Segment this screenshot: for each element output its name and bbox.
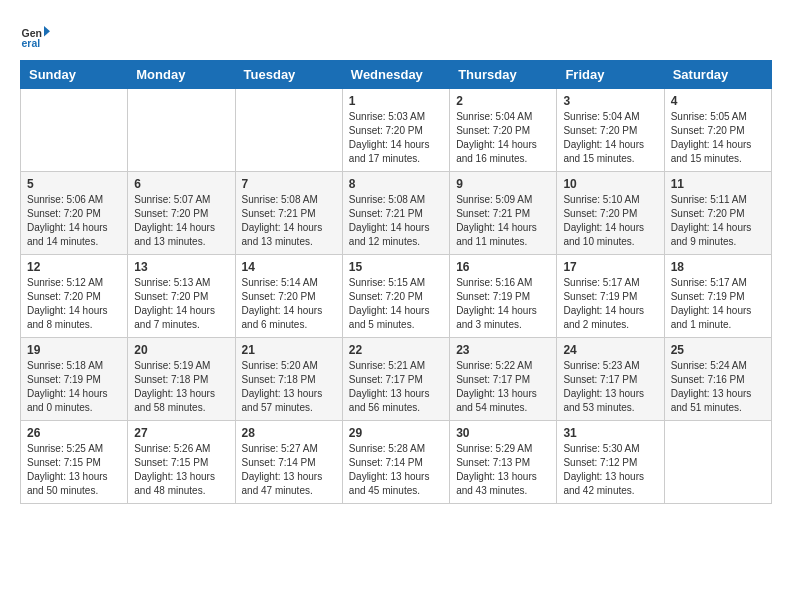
day-number: 18 bbox=[671, 260, 765, 274]
day-number: 4 bbox=[671, 94, 765, 108]
day-number: 11 bbox=[671, 177, 765, 191]
day-number: 24 bbox=[563, 343, 657, 357]
day-info: Sunrise: 5:17 AMSunset: 7:19 PMDaylight:… bbox=[563, 276, 657, 332]
day-info: Sunrise: 5:29 AMSunset: 7:13 PMDaylight:… bbox=[456, 442, 550, 498]
header-friday: Friday bbox=[557, 61, 664, 89]
day-info: Sunrise: 5:15 AMSunset: 7:20 PMDaylight:… bbox=[349, 276, 443, 332]
day-number: 10 bbox=[563, 177, 657, 191]
calendar-cell: 9Sunrise: 5:09 AMSunset: 7:21 PMDaylight… bbox=[450, 172, 557, 255]
calendar-cell: 25Sunrise: 5:24 AMSunset: 7:16 PMDayligh… bbox=[664, 338, 771, 421]
day-number: 22 bbox=[349, 343, 443, 357]
day-info: Sunrise: 5:17 AMSunset: 7:19 PMDaylight:… bbox=[671, 276, 765, 332]
day-number: 23 bbox=[456, 343, 550, 357]
calendar-cell: 11Sunrise: 5:11 AMSunset: 7:20 PMDayligh… bbox=[664, 172, 771, 255]
day-number: 13 bbox=[134, 260, 228, 274]
day-info: Sunrise: 5:12 AMSunset: 7:20 PMDaylight:… bbox=[27, 276, 121, 332]
calendar-cell: 16Sunrise: 5:16 AMSunset: 7:19 PMDayligh… bbox=[450, 255, 557, 338]
day-info: Sunrise: 5:05 AMSunset: 7:20 PMDaylight:… bbox=[671, 110, 765, 166]
day-info: Sunrise: 5:09 AMSunset: 7:21 PMDaylight:… bbox=[456, 193, 550, 249]
day-info: Sunrise: 5:11 AMSunset: 7:20 PMDaylight:… bbox=[671, 193, 765, 249]
calendar-cell bbox=[235, 89, 342, 172]
week-row-2: 5Sunrise: 5:06 AMSunset: 7:20 PMDaylight… bbox=[21, 172, 772, 255]
day-number: 8 bbox=[349, 177, 443, 191]
day-number: 2 bbox=[456, 94, 550, 108]
calendar-cell: 28Sunrise: 5:27 AMSunset: 7:14 PMDayligh… bbox=[235, 421, 342, 504]
calendar-cell: 6Sunrise: 5:07 AMSunset: 7:20 PMDaylight… bbox=[128, 172, 235, 255]
day-info: Sunrise: 5:16 AMSunset: 7:19 PMDaylight:… bbox=[456, 276, 550, 332]
day-number: 31 bbox=[563, 426, 657, 440]
header-tuesday: Tuesday bbox=[235, 61, 342, 89]
calendar-cell: 18Sunrise: 5:17 AMSunset: 7:19 PMDayligh… bbox=[664, 255, 771, 338]
day-number: 28 bbox=[242, 426, 336, 440]
day-number: 21 bbox=[242, 343, 336, 357]
day-info: Sunrise: 5:03 AMSunset: 7:20 PMDaylight:… bbox=[349, 110, 443, 166]
day-info: Sunrise: 5:06 AMSunset: 7:20 PMDaylight:… bbox=[27, 193, 121, 249]
calendar-cell: 8Sunrise: 5:08 AMSunset: 7:21 PMDaylight… bbox=[342, 172, 449, 255]
day-number: 16 bbox=[456, 260, 550, 274]
header-wednesday: Wednesday bbox=[342, 61, 449, 89]
day-info: Sunrise: 5:27 AMSunset: 7:14 PMDaylight:… bbox=[242, 442, 336, 498]
calendar-cell: 15Sunrise: 5:15 AMSunset: 7:20 PMDayligh… bbox=[342, 255, 449, 338]
header-saturday: Saturday bbox=[664, 61, 771, 89]
day-number: 6 bbox=[134, 177, 228, 191]
header: Gen eral bbox=[20, 20, 772, 50]
calendar-cell: 13Sunrise: 5:13 AMSunset: 7:20 PMDayligh… bbox=[128, 255, 235, 338]
calendar-cell: 29Sunrise: 5:28 AMSunset: 7:14 PMDayligh… bbox=[342, 421, 449, 504]
calendar-cell: 5Sunrise: 5:06 AMSunset: 7:20 PMDaylight… bbox=[21, 172, 128, 255]
day-info: Sunrise: 5:18 AMSunset: 7:19 PMDaylight:… bbox=[27, 359, 121, 415]
day-info: Sunrise: 5:10 AMSunset: 7:20 PMDaylight:… bbox=[563, 193, 657, 249]
day-info: Sunrise: 5:07 AMSunset: 7:20 PMDaylight:… bbox=[134, 193, 228, 249]
day-number: 7 bbox=[242, 177, 336, 191]
header-thursday: Thursday bbox=[450, 61, 557, 89]
day-number: 14 bbox=[242, 260, 336, 274]
day-info: Sunrise: 5:24 AMSunset: 7:16 PMDaylight:… bbox=[671, 359, 765, 415]
calendar-cell: 1Sunrise: 5:03 AMSunset: 7:20 PMDaylight… bbox=[342, 89, 449, 172]
calendar-cell: 27Sunrise: 5:26 AMSunset: 7:15 PMDayligh… bbox=[128, 421, 235, 504]
day-info: Sunrise: 5:04 AMSunset: 7:20 PMDaylight:… bbox=[456, 110, 550, 166]
calendar-cell: 17Sunrise: 5:17 AMSunset: 7:19 PMDayligh… bbox=[557, 255, 664, 338]
calendar-cell bbox=[21, 89, 128, 172]
day-number: 27 bbox=[134, 426, 228, 440]
day-number: 15 bbox=[349, 260, 443, 274]
day-info: Sunrise: 5:26 AMSunset: 7:15 PMDaylight:… bbox=[134, 442, 228, 498]
day-info: Sunrise: 5:19 AMSunset: 7:18 PMDaylight:… bbox=[134, 359, 228, 415]
day-number: 9 bbox=[456, 177, 550, 191]
day-number: 12 bbox=[27, 260, 121, 274]
day-info: Sunrise: 5:08 AMSunset: 7:21 PMDaylight:… bbox=[242, 193, 336, 249]
day-number: 20 bbox=[134, 343, 228, 357]
calendar-cell: 14Sunrise: 5:14 AMSunset: 7:20 PMDayligh… bbox=[235, 255, 342, 338]
header-sunday: Sunday bbox=[21, 61, 128, 89]
day-number: 26 bbox=[27, 426, 121, 440]
day-info: Sunrise: 5:13 AMSunset: 7:20 PMDaylight:… bbox=[134, 276, 228, 332]
calendar-cell: 23Sunrise: 5:22 AMSunset: 7:17 PMDayligh… bbox=[450, 338, 557, 421]
day-info: Sunrise: 5:04 AMSunset: 7:20 PMDaylight:… bbox=[563, 110, 657, 166]
day-number: 29 bbox=[349, 426, 443, 440]
calendar-cell: 24Sunrise: 5:23 AMSunset: 7:17 PMDayligh… bbox=[557, 338, 664, 421]
day-info: Sunrise: 5:30 AMSunset: 7:12 PMDaylight:… bbox=[563, 442, 657, 498]
calendar-cell: 3Sunrise: 5:04 AMSunset: 7:20 PMDaylight… bbox=[557, 89, 664, 172]
day-info: Sunrise: 5:23 AMSunset: 7:17 PMDaylight:… bbox=[563, 359, 657, 415]
day-number: 30 bbox=[456, 426, 550, 440]
week-row-1: 1Sunrise: 5:03 AMSunset: 7:20 PMDaylight… bbox=[21, 89, 772, 172]
calendar-cell: 26Sunrise: 5:25 AMSunset: 7:15 PMDayligh… bbox=[21, 421, 128, 504]
calendar-cell: 31Sunrise: 5:30 AMSunset: 7:12 PMDayligh… bbox=[557, 421, 664, 504]
calendar-cell: 19Sunrise: 5:18 AMSunset: 7:19 PMDayligh… bbox=[21, 338, 128, 421]
calendar-cell: 10Sunrise: 5:10 AMSunset: 7:20 PMDayligh… bbox=[557, 172, 664, 255]
day-number: 25 bbox=[671, 343, 765, 357]
day-number: 3 bbox=[563, 94, 657, 108]
calendar-cell bbox=[128, 89, 235, 172]
svg-text:eral: eral bbox=[22, 37, 41, 49]
calendar-cell: 30Sunrise: 5:29 AMSunset: 7:13 PMDayligh… bbox=[450, 421, 557, 504]
day-info: Sunrise: 5:14 AMSunset: 7:20 PMDaylight:… bbox=[242, 276, 336, 332]
logo-icon: Gen eral bbox=[20, 20, 50, 50]
week-row-5: 26Sunrise: 5:25 AMSunset: 7:15 PMDayligh… bbox=[21, 421, 772, 504]
calendar-table: SundayMondayTuesdayWednesdayThursdayFrid… bbox=[20, 60, 772, 504]
calendar-cell: 2Sunrise: 5:04 AMSunset: 7:20 PMDaylight… bbox=[450, 89, 557, 172]
day-number: 17 bbox=[563, 260, 657, 274]
header-monday: Monday bbox=[128, 61, 235, 89]
logo: Gen eral bbox=[20, 20, 54, 50]
day-info: Sunrise: 5:25 AMSunset: 7:15 PMDaylight:… bbox=[27, 442, 121, 498]
day-number: 19 bbox=[27, 343, 121, 357]
day-info: Sunrise: 5:21 AMSunset: 7:17 PMDaylight:… bbox=[349, 359, 443, 415]
week-row-4: 19Sunrise: 5:18 AMSunset: 7:19 PMDayligh… bbox=[21, 338, 772, 421]
